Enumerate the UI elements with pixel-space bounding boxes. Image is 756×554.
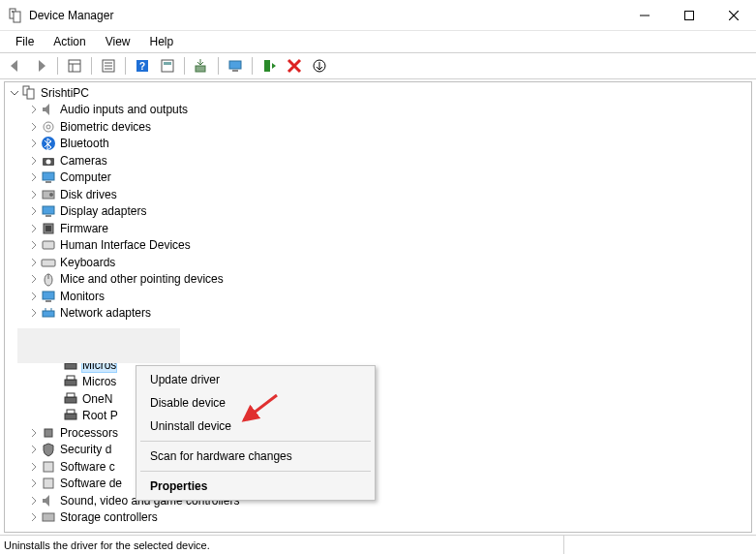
tree-item-printer[interactable]: Micros xyxy=(5,374,751,391)
tree-category[interactable]: Software de xyxy=(5,476,751,493)
tree-category[interactable]: Sound, video and game controllers xyxy=(5,492,751,509)
tree-category[interactable]: Security d xyxy=(5,442,751,459)
category-icon xyxy=(41,237,56,253)
tree-category[interactable]: Firmware xyxy=(5,220,751,237)
expand-icon[interactable] xyxy=(28,205,40,217)
maximize-button[interactable] xyxy=(667,0,711,31)
tree-category[interactable]: Audio inputs and outputs xyxy=(5,102,751,119)
menu-help[interactable]: Help xyxy=(140,33,184,50)
update-driver-button[interactable] xyxy=(190,54,213,77)
tree-category[interactable]: Biometric devices xyxy=(5,118,751,136)
tree-item-label: Storage controllers xyxy=(60,510,158,524)
tree-category[interactable]: Storage controllers xyxy=(5,509,751,527)
context-disable-device[interactable]: Disable device xyxy=(136,391,375,415)
properties-button[interactable] xyxy=(97,54,120,77)
tree-category[interactable]: Network adapters xyxy=(5,305,751,323)
context-update-driver[interactable]: Update driver xyxy=(136,368,375,391)
svg-rect-43 xyxy=(43,292,54,299)
tree-category[interactable]: Monitors xyxy=(5,288,751,305)
close-button[interactable] xyxy=(711,0,756,31)
menu-view[interactable]: View xyxy=(96,33,140,50)
expand-icon[interactable] xyxy=(28,273,40,285)
expand-icon[interactable] xyxy=(28,189,40,200)
tree-item-label: Bluetooth xyxy=(60,137,109,150)
tree-item-label: Processors xyxy=(60,426,118,440)
tree-category[interactable]: Mice and other pointing devices xyxy=(5,271,751,289)
svg-rect-50 xyxy=(65,380,76,385)
expand-icon[interactable] xyxy=(28,444,40,455)
action-button[interactable] xyxy=(156,54,179,77)
expand-icon[interactable] xyxy=(28,223,40,234)
expand-icon[interactable] xyxy=(28,511,40,523)
svg-rect-48 xyxy=(65,363,76,369)
tree-category[interactable]: Disk drives xyxy=(5,186,751,203)
tree-item-label: Software c xyxy=(60,460,115,474)
scan-hardware-button[interactable] xyxy=(224,54,247,77)
svg-rect-44 xyxy=(45,300,51,302)
context-properties[interactable]: Properties xyxy=(136,475,375,498)
tree-item-printer[interactable]: Root P xyxy=(5,408,751,425)
menu-action[interactable]: Action xyxy=(44,33,95,50)
status-bar: Uninstalls the driver for the selected d… xyxy=(0,535,756,554)
menu-file[interactable]: File xyxy=(6,33,44,50)
enable-device-button[interactable] xyxy=(257,54,281,77)
expand-icon[interactable] xyxy=(28,138,40,149)
tree-category[interactable]: Keyboards xyxy=(5,254,751,271)
svg-rect-1 xyxy=(14,12,20,22)
tree-category[interactable]: Computer xyxy=(5,169,751,187)
forward-button[interactable] xyxy=(29,54,52,77)
tree-category[interactable]: Display adapters xyxy=(5,203,751,221)
svg-rect-19 xyxy=(229,61,241,69)
printer-icon xyxy=(63,391,78,407)
tree-item-label: Human Interface Devices xyxy=(60,238,191,252)
svg-rect-21 xyxy=(264,60,270,72)
tree-item-label: Root P xyxy=(82,409,118,422)
expand-icon[interactable] xyxy=(28,495,40,507)
category-icon xyxy=(41,476,56,491)
svg-rect-18 xyxy=(196,66,205,72)
category-icon xyxy=(41,136,56,151)
window-title: Device Manager xyxy=(29,9,113,22)
tree-category[interactable]: Processors xyxy=(5,424,751,442)
tree-item-label: Firmware xyxy=(60,222,108,235)
expand-icon[interactable] xyxy=(28,239,40,251)
menu-separator xyxy=(140,441,371,442)
context-menu: Update driver Disable device Uninstall d… xyxy=(136,365,376,501)
tree-category[interactable]: Bluetooth xyxy=(5,136,751,153)
tree-item-printer[interactable]: OneN xyxy=(5,390,751,408)
uninstall-device-button[interactable] xyxy=(283,54,306,77)
disable-device-button[interactable] xyxy=(308,54,331,77)
tree-item-label: Biometric devices xyxy=(60,120,151,134)
expand-icon[interactable] xyxy=(28,291,40,302)
expand-icon[interactable] xyxy=(28,155,40,167)
tree-category[interactable]: Human Interface Devices xyxy=(5,237,751,255)
tree-root[interactable]: SrishtiPC xyxy=(5,84,751,102)
redacted-area xyxy=(17,328,180,363)
expand-icon[interactable] xyxy=(28,477,40,489)
expand-icon[interactable] xyxy=(28,461,40,473)
device-tree[interactable]: SrishtiPC Audio inputs and outputsBiomet… xyxy=(4,81,752,533)
tree-item-label: Software de xyxy=(60,477,122,490)
help-button[interactable]: ? xyxy=(131,54,154,77)
collapse-icon[interactable] xyxy=(9,87,20,99)
show-hide-tree-button[interactable] xyxy=(63,54,86,77)
svg-rect-24 xyxy=(27,89,34,99)
category-icon xyxy=(41,169,56,185)
expand-icon[interactable] xyxy=(28,257,40,268)
category-icon xyxy=(41,255,56,270)
expand-icon[interactable] xyxy=(28,427,40,439)
expand-icon[interactable] xyxy=(28,171,40,183)
context-scan-hardware[interactable]: Scan for hardware changes xyxy=(136,445,375,468)
tree-category[interactable]: Software c xyxy=(5,458,751,476)
expand-icon[interactable] xyxy=(28,307,40,319)
svg-point-26 xyxy=(46,125,50,129)
svg-point-2 xyxy=(12,11,14,13)
back-button[interactable] xyxy=(4,54,27,77)
expand-icon[interactable] xyxy=(28,104,40,115)
context-uninstall-device[interactable]: Uninstall device xyxy=(136,415,375,438)
minimize-button[interactable] xyxy=(622,0,667,31)
svg-point-33 xyxy=(49,193,53,197)
tree-category[interactable]: Cameras xyxy=(5,152,751,169)
category-icon xyxy=(41,102,56,117)
expand-icon[interactable] xyxy=(28,121,40,133)
